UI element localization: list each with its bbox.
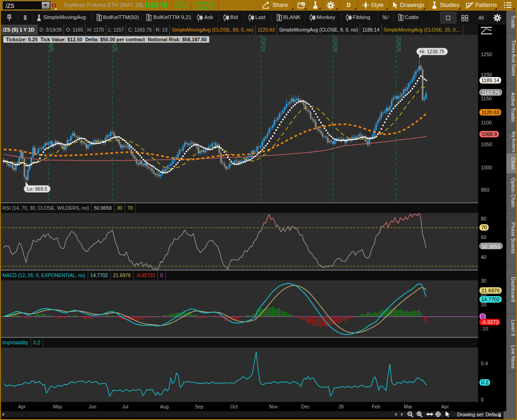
svg-text:/ZSF26: /ZSF26: [261, 36, 266, 52]
svg-text:/ZSK26: /ZSK26: [396, 36, 401, 52]
svg-text:/ZSH26: /ZSH26: [333, 36, 338, 52]
